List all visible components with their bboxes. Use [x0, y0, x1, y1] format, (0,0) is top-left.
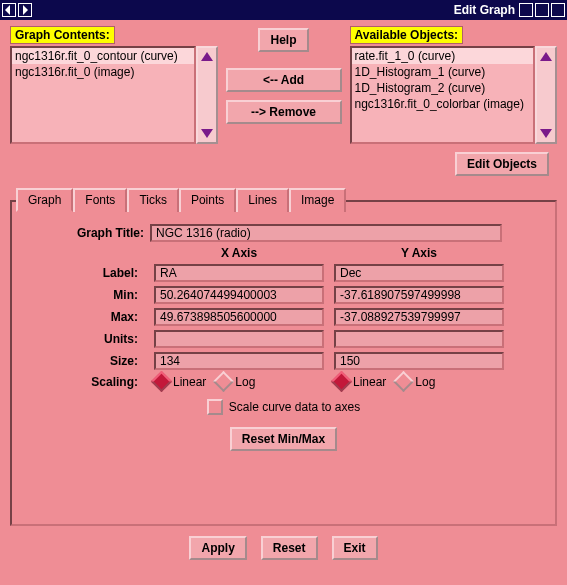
y-scaling-log-radio[interactable]: Log	[396, 374, 435, 389]
reset-button[interactable]: Reset	[261, 536, 318, 560]
help-button[interactable]: Help	[258, 28, 308, 52]
scale-curve-checkbox[interactable]	[207, 399, 223, 415]
scroll-up-icon[interactable]	[540, 52, 552, 61]
reset-minmax-button[interactable]: Reset Min/Max	[230, 427, 337, 451]
edit-objects-button[interactable]: Edit Objects	[455, 152, 549, 176]
add-button[interactable]: <-- Add	[226, 68, 342, 92]
x-label-input[interactable]	[154, 264, 324, 282]
window-minimize-icon[interactable]	[535, 3, 549, 17]
list-item[interactable]: ngc1316r.fit_0_contour (curve)	[12, 48, 194, 64]
apply-button[interactable]: Apply	[189, 536, 246, 560]
list-item[interactable]: 1D_Histogram_2 (curve)	[352, 80, 534, 96]
title-bar: Edit Graph	[0, 0, 567, 20]
remove-button[interactable]: --> Remove	[226, 100, 342, 124]
tab-ticks[interactable]: Ticks	[127, 188, 179, 212]
available-objects-list[interactable]: rate.fit_1_0 (curve) 1D_Histogram_1 (cur…	[350, 46, 536, 144]
tab-image[interactable]: Image	[289, 188, 346, 212]
x-scaling-log-radio[interactable]: Log	[216, 374, 255, 389]
diamond-icon	[213, 371, 234, 392]
tab-lines[interactable]: Lines	[236, 188, 289, 212]
list-item[interactable]: 1D_Histogram_1 (curve)	[352, 64, 534, 80]
tabs: Graph Fonts Ticks Points Lines Image	[16, 188, 547, 212]
tab-points[interactable]: Points	[179, 188, 236, 212]
x-min-input[interactable]	[154, 286, 324, 304]
scale-curve-label: Scale curve data to axes	[229, 400, 360, 414]
x-size-input[interactable]	[154, 352, 324, 370]
y-scaling-linear-radio[interactable]: Linear	[334, 374, 386, 389]
y-max-input[interactable]	[334, 308, 504, 326]
scrollbar[interactable]	[535, 46, 557, 144]
available-objects-label: Available Objects:	[350, 26, 464, 44]
tab-fonts[interactable]: Fonts	[73, 188, 127, 212]
row-label-max: Max:	[26, 310, 144, 324]
x-units-input[interactable]	[154, 330, 324, 348]
y-units-input[interactable]	[334, 330, 504, 348]
tab-panel: Graph Fonts Ticks Points Lines Image Gra…	[10, 200, 557, 526]
graph-title-label: Graph Title:	[26, 226, 150, 240]
list-item[interactable]: ngc1316r.fit_0 (image)	[12, 64, 194, 80]
graph-title-input[interactable]	[150, 224, 502, 242]
diamond-icon	[393, 371, 414, 392]
x-axis-header: X Axis	[154, 246, 324, 260]
y-axis-header: Y Axis	[334, 246, 504, 260]
diamond-icon	[151, 371, 172, 392]
x-max-input[interactable]	[154, 308, 324, 326]
row-label-scaling: Scaling:	[26, 375, 144, 389]
window-prev-icon[interactable]	[2, 3, 16, 17]
scroll-down-icon[interactable]	[540, 129, 552, 138]
row-label-units: Units:	[26, 332, 144, 346]
x-scaling-linear-radio[interactable]: Linear	[154, 374, 206, 389]
y-size-input[interactable]	[334, 352, 504, 370]
row-label-size: Size:	[26, 354, 144, 368]
graph-contents-label: Graph Contents:	[10, 26, 115, 44]
window-maximize-icon[interactable]	[519, 3, 533, 17]
window-close-icon[interactable]	[551, 3, 565, 17]
exit-button[interactable]: Exit	[332, 536, 378, 560]
row-label-min: Min:	[26, 288, 144, 302]
list-item[interactable]: ngc1316r.fit_0_colorbar (image)	[352, 96, 534, 112]
scroll-down-icon[interactable]	[201, 129, 213, 138]
diamond-icon	[331, 371, 352, 392]
list-item[interactable]: rate.fit_1_0 (curve)	[352, 48, 534, 64]
graph-contents-list[interactable]: ngc1316r.fit_0_contour (curve) ngc1316r.…	[10, 46, 196, 144]
scroll-up-icon[interactable]	[201, 52, 213, 61]
window-title: Edit Graph	[32, 3, 519, 17]
row-label-label: Label:	[26, 266, 144, 280]
scrollbar[interactable]	[196, 46, 218, 144]
tab-graph[interactable]: Graph	[16, 188, 73, 212]
window-next-icon[interactable]	[18, 3, 32, 17]
y-label-input[interactable]	[334, 264, 504, 282]
y-min-input[interactable]	[334, 286, 504, 304]
